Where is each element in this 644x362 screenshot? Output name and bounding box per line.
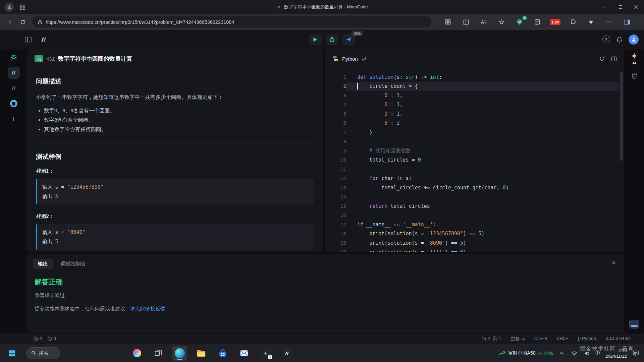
code-line[interactable]: 20 print(solution(s = "1111") == 0)	[325, 248, 619, 252]
address-bar[interactable]: https://www.marscode.cn/practice/lnrp0r1…	[32, 16, 431, 27]
taskbar-mail-icon[interactable]	[237, 346, 252, 361]
code-line[interactable]: 12 for char in s:	[325, 174, 619, 183]
run-button[interactable]	[309, 34, 322, 45]
code-editor[interactable]: 1def solution(s: str) -> int:2 circle_co…	[325, 72, 619, 252]
maximize-button[interactable]	[612, 0, 628, 14]
interpreter-version[interactable]: 3.12.3 64-bit	[605, 336, 631, 342]
start-button[interactable]	[5, 346, 19, 361]
submit-button[interactable]: Beta	[342, 34, 355, 45]
result-title: 解答正确	[35, 277, 624, 287]
taskbar-edge-icon[interactable]	[172, 346, 187, 361]
code-line[interactable]: 10 total_circles = 0	[325, 156, 619, 165]
code-line[interactable]: 18 print(solution(s = "1234567890") == 5…	[325, 229, 619, 239]
code-line[interactable]: 14	[325, 192, 619, 202]
collections-icon[interactable]	[532, 17, 543, 27]
sidebar-toggle-icon[interactable]	[622, 17, 632, 27]
taskbar-search[interactable]: 搜索	[26, 347, 60, 359]
code-line[interactable]: 13 total_circles += circle_count.get(cha…	[325, 183, 619, 192]
more-menu-icon[interactable]	[603, 17, 614, 27]
notification-center-icon[interactable]	[632, 350, 639, 357]
tray-chevron-icon[interactable]	[558, 350, 566, 357]
problem-title: 数字字符串中圆圈的数量计算	[58, 55, 132, 63]
code-line[interactable]: 2 circle_count = {	[325, 82, 619, 91]
code-line[interactable]: 19 print(solution(s = "8690") == 5)	[325, 238, 619, 248]
float-widget-button[interactable]	[629, 320, 639, 328]
help-icon[interactable]: ?	[602, 36, 610, 43]
task-view-button[interactable]	[151, 346, 166, 361]
adblock-shield-icon[interactable]: 4	[514, 17, 525, 27]
indent-setting[interactable]: 空格: 4	[511, 336, 525, 342]
copilot-button[interactable]	[129, 346, 144, 361]
eol-setting[interactable]: CRLF	[556, 336, 568, 342]
taskbar-marscode-icon[interactable]	[280, 346, 294, 361]
marscode-app: Beta ?	[0, 30, 644, 344]
taskbar-store-icon[interactable]	[215, 346, 230, 361]
stock-widget[interactable]: 富时中国A50 -1.22%	[498, 350, 553, 357]
language-selector[interactable]: Python	[342, 56, 358, 62]
ime-indicator[interactable]: 中	[595, 350, 600, 356]
favorites-bar-icon[interactable]	[586, 17, 596, 27]
add-project-icon[interactable]: +	[8, 113, 20, 125]
refresh-icon[interactable]	[17, 17, 28, 27]
code-line[interactable]: 7 }	[325, 128, 619, 137]
search-icon	[31, 351, 36, 356]
code-line[interactable]: 5 '9': 1,	[325, 109, 619, 119]
code-line[interactable]: 1def solution(s: str) -> int:	[325, 72, 619, 82]
problem-id: 431	[46, 56, 55, 62]
community-icon[interactable]	[8, 98, 20, 110]
code-line[interactable]: 9 # 初始化圆圈总数	[325, 146, 619, 156]
rebate-extension-icon[interactable]: 1.00	[550, 17, 560, 27]
marscode-practice-icon[interactable]	[8, 67, 20, 79]
fullscreen-icon[interactable]	[611, 56, 617, 61]
reset-code-icon[interactable]	[599, 56, 605, 62]
cursor-position[interactable]: 行 2, 列 1	[482, 336, 501, 342]
debug-button[interactable]	[326, 34, 338, 45]
taskbar-capture-app-icon[interactable]: 1	[258, 346, 273, 361]
marscode-app-logo-icon[interactable]	[40, 35, 48, 44]
output-tab-1[interactable]: 输出	[33, 259, 53, 269]
close-window-button[interactable]	[628, 0, 644, 14]
language-mode[interactable]: {} Python	[578, 336, 596, 342]
close-output-icon[interactable]: ×	[612, 259, 615, 266]
split-screen-icon[interactable]	[461, 17, 471, 27]
code-line[interactable]: 11	[325, 165, 619, 174]
lock-icon[interactable]	[38, 20, 42, 24]
panel-toggle-icon[interactable]	[25, 37, 32, 43]
editor-scrollbar[interactable]	[620, 72, 623, 161]
python-logo-icon	[332, 55, 339, 62]
user-avatar[interactable]	[629, 35, 639, 45]
add-favorite-icon[interactable]	[496, 17, 507, 27]
code-line[interactable]: 3 '0': 1,	[325, 91, 619, 100]
code-line[interactable]: 16	[325, 211, 619, 220]
line-number: 11	[325, 167, 346, 172]
workspaces-icon[interactable]	[442, 17, 453, 27]
encoding[interactable]: UTF-8	[534, 336, 547, 342]
errors-indicator[interactable]: 0	[34, 336, 42, 341]
address-url[interactable]: https://www.marscode.cn/practice/lnrp0r1…	[46, 19, 234, 25]
extension-icon[interactable]	[568, 17, 579, 27]
tray-network-icon[interactable]	[571, 350, 578, 357]
taskbar-file-explorer-icon[interactable]	[194, 346, 209, 361]
tray-volume-icon[interactable]	[583, 350, 590, 357]
code-line[interactable]: 15 return total_circles	[325, 201, 619, 211]
sample-code-block: 输入: s = "1234567890"输出: 5	[36, 179, 314, 204]
ai-assistant-button[interactable]: AI	[630, 52, 638, 65]
code-line[interactable]: 6 '8': 2	[325, 119, 619, 128]
warnings-indicator[interactable]: 0	[48, 336, 56, 341]
output-tab-2[interactable]: 调试控制台	[56, 259, 91, 269]
minimize-button[interactable]	[597, 0, 612, 14]
code-line[interactable]: 8	[325, 137, 619, 146]
practice-list-icon[interactable]	[8, 51, 20, 63]
browser-profile-avatar-icon[interactable]	[5, 3, 14, 12]
tab-layout-icon[interactable]	[20, 4, 25, 10]
taskbar-clock[interactable]: 2:40 2024/11/22	[605, 348, 627, 359]
feedback-link[interactable]: 请点此链接反馈	[130, 306, 165, 311]
read-aloud-icon[interactable]	[478, 17, 489, 27]
back-icon[interactable]	[5, 17, 15, 27]
marscode-ide-icon[interactable]	[8, 82, 20, 94]
code-line[interactable]: 4 '6': 1,	[325, 100, 619, 110]
notification-bell-icon[interactable]	[616, 36, 623, 43]
code-line[interactable]: 17if __name__ == '__main__':	[325, 220, 619, 229]
assistant-pet-icon[interactable]	[631, 72, 638, 80]
swap-language-icon[interactable]	[361, 56, 367, 61]
